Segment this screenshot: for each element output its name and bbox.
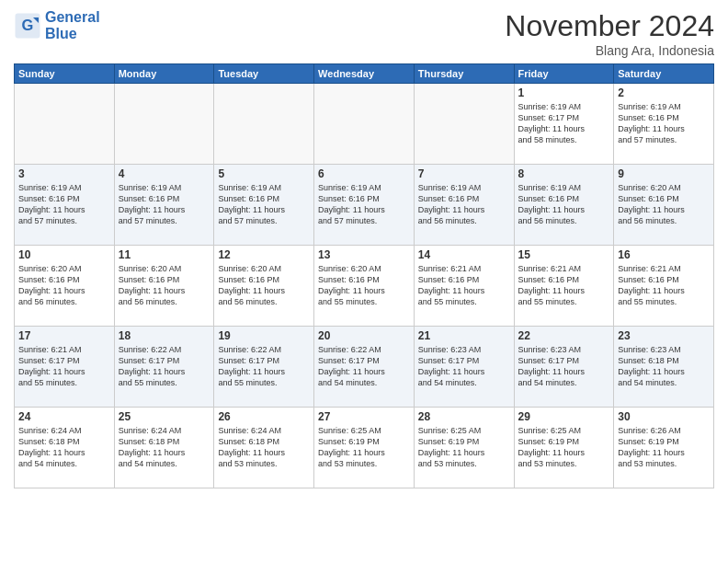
day-info: Sunrise: 6:20 AM Sunset: 6:16 PM Dayligh… — [119, 263, 210, 308]
day-info: Sunrise: 6:23 AM Sunset: 6:17 PM Dayligh… — [418, 344, 510, 389]
day-info: Sunrise: 6:22 AM Sunset: 6:17 PM Dayligh… — [318, 344, 410, 389]
day-number: 6 — [318, 167, 410, 180]
header-monday: Monday — [114, 64, 214, 84]
day-info: Sunrise: 6:20 AM Sunset: 6:16 PM Dayligh… — [618, 182, 710, 227]
day-number: 26 — [218, 410, 310, 423]
day-info: Sunrise: 6:24 AM Sunset: 6:18 PM Dayligh… — [18, 425, 110, 470]
calendar-cell: 24Sunrise: 6:24 AM Sunset: 6:18 PM Dayli… — [15, 408, 115, 488]
day-number: 21 — [418, 329, 510, 342]
day-number: 15 — [518, 248, 610, 261]
calendar-cell: 4Sunrise: 6:19 AM Sunset: 6:16 PM Daylig… — [114, 165, 214, 246]
day-number: 16 — [618, 248, 710, 261]
day-info: Sunrise: 6:20 AM Sunset: 6:16 PM Dayligh… — [218, 263, 310, 308]
calendar-cell — [314, 84, 415, 165]
day-number: 27 — [318, 410, 410, 423]
calendar-cell: 14Sunrise: 6:21 AM Sunset: 6:16 PM Dayli… — [414, 246, 514, 327]
day-number: 1 — [518, 86, 610, 99]
day-info: Sunrise: 6:24 AM Sunset: 6:18 PM Dayligh… — [119, 425, 210, 470]
day-number: 7 — [418, 167, 510, 180]
calendar-cell: 28Sunrise: 6:25 AM Sunset: 6:19 PM Dayli… — [414, 408, 514, 488]
day-info: Sunrise: 6:21 AM Sunset: 6:16 PM Dayligh… — [618, 263, 710, 308]
day-number: 11 — [119, 248, 210, 261]
day-info: Sunrise: 6:19 AM Sunset: 6:16 PM Dayligh… — [618, 101, 710, 146]
calendar-cell: 15Sunrise: 6:21 AM Sunset: 6:16 PM Dayli… — [514, 246, 614, 327]
day-info: Sunrise: 6:20 AM Sunset: 6:16 PM Dayligh… — [318, 263, 410, 308]
calendar-cell: 1Sunrise: 6:19 AM Sunset: 6:17 PM Daylig… — [514, 84, 614, 165]
calendar-cell: 17Sunrise: 6:21 AM Sunset: 6:17 PM Dayli… — [15, 327, 115, 408]
day-info: Sunrise: 6:25 AM Sunset: 6:19 PM Dayligh… — [518, 425, 610, 470]
day-number: 5 — [218, 167, 310, 180]
day-number: 20 — [318, 329, 410, 342]
day-info: Sunrise: 6:26 AM Sunset: 6:19 PM Dayligh… — [618, 425, 710, 470]
calendar: Sunday Monday Tuesday Wednesday Thursday… — [14, 63, 714, 488]
day-info: Sunrise: 6:22 AM Sunset: 6:17 PM Dayligh… — [119, 344, 210, 389]
month-title: November 2024 — [505, 9, 714, 43]
week-row-4: 24Sunrise: 6:24 AM Sunset: 6:18 PM Dayli… — [15, 408, 714, 488]
week-row-2: 10Sunrise: 6:20 AM Sunset: 6:16 PM Dayli… — [15, 246, 714, 327]
calendar-cell — [214, 84, 314, 165]
day-number: 2 — [618, 86, 710, 99]
week-row-3: 17Sunrise: 6:21 AM Sunset: 6:17 PM Dayli… — [15, 327, 714, 408]
day-info: Sunrise: 6:19 AM Sunset: 6:16 PM Dayligh… — [318, 182, 410, 227]
calendar-cell: 23Sunrise: 6:23 AM Sunset: 6:18 PM Dayli… — [614, 327, 714, 408]
header-thursday: Thursday — [414, 64, 514, 84]
location: Blang Ara, Indonesia — [505, 43, 714, 58]
calendar-cell: 10Sunrise: 6:20 AM Sunset: 6:16 PM Dayli… — [15, 246, 115, 327]
calendar-cell: 19Sunrise: 6:22 AM Sunset: 6:17 PM Dayli… — [214, 327, 314, 408]
day-number: 9 — [618, 167, 710, 180]
day-number: 17 — [18, 329, 110, 342]
day-number: 14 — [418, 248, 510, 261]
day-number: 22 — [518, 329, 610, 342]
logo-icon: G — [14, 12, 41, 40]
header-wednesday: Wednesday — [314, 64, 415, 84]
day-info: Sunrise: 6:22 AM Sunset: 6:17 PM Dayligh… — [218, 344, 310, 389]
calendar-cell: 20Sunrise: 6:22 AM Sunset: 6:17 PM Dayli… — [314, 327, 415, 408]
calendar-cell: 29Sunrise: 6:25 AM Sunset: 6:19 PM Dayli… — [514, 408, 614, 488]
calendar-cell: 6Sunrise: 6:19 AM Sunset: 6:16 PM Daylig… — [314, 165, 415, 246]
day-info: Sunrise: 6:19 AM Sunset: 6:17 PM Dayligh… — [518, 101, 610, 146]
day-number: 18 — [119, 329, 210, 342]
calendar-cell: 7Sunrise: 6:19 AM Sunset: 6:16 PM Daylig… — [414, 165, 514, 246]
day-number: 28 — [418, 410, 510, 423]
calendar-cell: 8Sunrise: 6:19 AM Sunset: 6:16 PM Daylig… — [514, 165, 614, 246]
calendar-cell: 18Sunrise: 6:22 AM Sunset: 6:17 PM Dayli… — [114, 327, 214, 408]
calendar-cell: 22Sunrise: 6:23 AM Sunset: 6:17 PM Dayli… — [514, 327, 614, 408]
header-saturday: Saturday — [614, 64, 714, 84]
header-tuesday: Tuesday — [214, 64, 314, 84]
day-info: Sunrise: 6:19 AM Sunset: 6:16 PM Dayligh… — [418, 182, 510, 227]
day-info: Sunrise: 6:19 AM Sunset: 6:16 PM Dayligh… — [518, 182, 610, 227]
week-row-0: 1Sunrise: 6:19 AM Sunset: 6:17 PM Daylig… — [15, 84, 714, 165]
page: G General Blue November 2024 Blang Ara, … — [0, 0, 728, 563]
day-number: 4 — [119, 167, 210, 180]
calendar-cell: 11Sunrise: 6:20 AM Sunset: 6:16 PM Dayli… — [114, 246, 214, 327]
week-row-1: 3Sunrise: 6:19 AM Sunset: 6:16 PM Daylig… — [15, 165, 714, 246]
day-info: Sunrise: 6:20 AM Sunset: 6:16 PM Dayligh… — [18, 263, 110, 308]
header-friday: Friday — [514, 64, 614, 84]
day-info: Sunrise: 6:21 AM Sunset: 6:16 PM Dayligh… — [418, 263, 510, 308]
calendar-cell: 25Sunrise: 6:24 AM Sunset: 6:18 PM Dayli… — [114, 408, 214, 488]
day-info: Sunrise: 6:21 AM Sunset: 6:17 PM Dayligh… — [18, 344, 110, 389]
calendar-cell — [15, 84, 115, 165]
day-info: Sunrise: 6:23 AM Sunset: 6:18 PM Dayligh… — [618, 344, 710, 389]
calendar-cell — [414, 84, 514, 165]
day-info: Sunrise: 6:23 AM Sunset: 6:17 PM Dayligh… — [518, 344, 610, 389]
logo: G General Blue — [14, 9, 100, 41]
day-number: 10 — [18, 248, 110, 261]
calendar-cell: 12Sunrise: 6:20 AM Sunset: 6:16 PM Dayli… — [214, 246, 314, 327]
calendar-cell: 16Sunrise: 6:21 AM Sunset: 6:16 PM Dayli… — [614, 246, 714, 327]
title-area: November 2024 Blang Ara, Indonesia — [505, 9, 714, 58]
day-number: 13 — [318, 248, 410, 261]
day-number: 25 — [119, 410, 210, 423]
day-number: 12 — [218, 248, 310, 261]
calendar-cell: 21Sunrise: 6:23 AM Sunset: 6:17 PM Dayli… — [414, 327, 514, 408]
day-info: Sunrise: 6:25 AM Sunset: 6:19 PM Dayligh… — [318, 425, 410, 470]
day-number: 29 — [518, 410, 610, 423]
day-info: Sunrise: 6:24 AM Sunset: 6:18 PM Dayligh… — [218, 425, 310, 470]
day-info: Sunrise: 6:25 AM Sunset: 6:19 PM Dayligh… — [418, 425, 510, 470]
day-info: Sunrise: 6:19 AM Sunset: 6:16 PM Dayligh… — [18, 182, 110, 227]
weekday-header-row: Sunday Monday Tuesday Wednesday Thursday… — [15, 64, 714, 84]
svg-text:G: G — [22, 16, 34, 32]
calendar-cell — [114, 84, 214, 165]
logo-text: General Blue — [45, 9, 100, 41]
calendar-cell: 2Sunrise: 6:19 AM Sunset: 6:16 PM Daylig… — [614, 84, 714, 165]
